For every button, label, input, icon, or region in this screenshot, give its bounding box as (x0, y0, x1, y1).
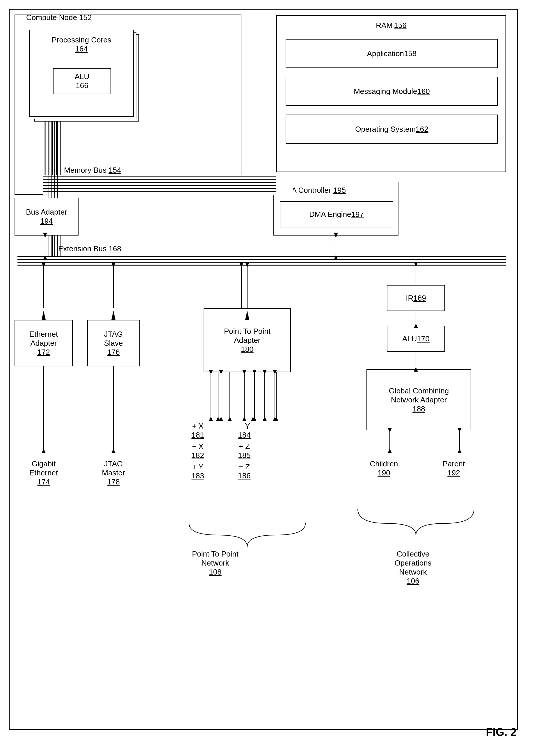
dma-engine-box: DMA Engine 197 (280, 201, 393, 228)
alu170-box: ALU 170 (387, 326, 445, 352)
ir-box: IR 169 (387, 285, 445, 311)
diagram-container: Compute Node 152 Processing Cores 164 AL… (0, 0, 534, 756)
extension-bus-label: Extension Bus 168 (58, 244, 121, 253)
jtag-slave-box: JTAG Slave 176 (87, 320, 140, 366)
proc-cores-box: Processing Cores 164 ALU 166 (29, 30, 134, 117)
fig-label: FIG. 2 (486, 726, 517, 739)
ptp-adapter-box: Point To Point Adapter 180 (204, 308, 291, 372)
application-box: Application 158 (286, 39, 498, 68)
memory-bus-label: Memory Bus 154 (64, 166, 121, 175)
ethernet-adapter-box: Ethernet Adapter 172 (14, 320, 73, 366)
alu-label: ALU (75, 72, 90, 81)
port-plus-y: + Y 183 (186, 462, 210, 480)
port-minus-z: − Z 186 (233, 462, 256, 480)
children-label: Children 190 (361, 459, 407, 477)
proc-cores-label: Processing Cores 164 (30, 36, 133, 53)
gcna-box: Global Combining Network Adapter 188 (366, 369, 471, 430)
dma-controller-box: DMA Controller 195 DMA Engine 197 (273, 182, 399, 235)
port-minus-x: − X 182 (186, 442, 210, 460)
dma-controller-label: DMA Controller 195 (280, 186, 346, 195)
parent-label: Parent 192 (431, 459, 477, 477)
ptp-network-label: Point To Point Network 108 (166, 550, 265, 577)
gigabit-ethernet-label: Gigabit Ethernet 174 (14, 459, 73, 486)
port-plus-z: + Z 185 (233, 442, 256, 460)
bus-adapter-box: Bus Adapter 194 (14, 198, 78, 235)
alu-inner-box: ALU 166 (53, 68, 111, 94)
alu-ref: 166 (76, 81, 88, 90)
ram-label: RAM 156 (277, 21, 505, 30)
collective-ops-label: Collective Operations Network 106 (358, 550, 468, 586)
messaging-module-box: Messaging Module 160 (286, 77, 498, 106)
port-plus-x: + X 181 (186, 421, 210, 440)
jtag-master-label: JTAG Master 178 (84, 459, 143, 486)
ram-box: RAM 156 Application 158 Messaging Module… (276, 15, 506, 172)
port-minus-y: − Y 184 (233, 421, 256, 440)
operating-system-box: Operating System 162 (286, 115, 498, 144)
